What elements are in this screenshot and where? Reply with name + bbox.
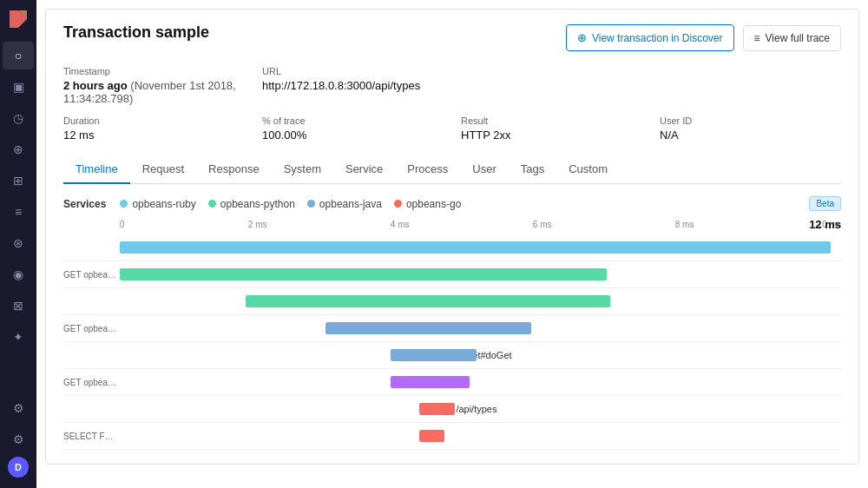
service-name: opbeans-go [406, 198, 461, 210]
sidebar-item-logs[interactable]: ⊠ [3, 292, 34, 320]
sidebar-item-security[interactable]: ⊕ [3, 135, 34, 163]
metadata-grid: Timestamp 2 hours ago (November 1st 2018… [63, 66, 841, 142]
pct-trace-label: % of trace [262, 115, 444, 126]
list-icon: ≡ [754, 32, 760, 44]
view-in-discover-button[interactable]: ⊕ View transaction in Discover [566, 24, 734, 51]
ruler-ticks: 02 ms4 ms6 ms8 ms10 ms [120, 220, 841, 229]
sidebar-item-monitoring[interactable]: ◉ [3, 260, 34, 288]
trace-bar[interactable] [419, 403, 456, 415]
url-value: http://172.18.0.8:3000/api/types [262, 79, 444, 92]
duration-value: 12 ms [63, 129, 245, 142]
sidebar-item-apps[interactable]: ⊛ [3, 229, 34, 257]
trace-row-label: SELECT FROM product_types [63, 432, 120, 441]
url-field: URL http://172.18.0.8:3000/api/types [262, 66, 444, 105]
trace-bar-area: ⚡ GET opbeans.views.product_types [120, 288, 841, 314]
trace-bar-area [120, 315, 841, 341]
services-row: Services opbeans-rubyopbeans-pythonopbea… [63, 196, 841, 211]
result-value: HTTP 2xx [461, 129, 642, 142]
pct-trace-field: % of trace 100.00% [262, 115, 444, 142]
trace-bar[interactable] [391, 376, 470, 388]
trace-bar[interactable] [120, 241, 831, 254]
ruler-end-label: 12 ms [809, 218, 841, 231]
trace-bar[interactable] [246, 295, 610, 307]
transaction-panel: Transaction sample ⊕ View transaction in… [45, 9, 859, 465]
ruler-tick: 4 ms [391, 220, 410, 229]
user-avatar[interactable]: D [8, 457, 29, 478]
tab-service[interactable]: Service [333, 155, 395, 184]
service-legend: opbeans-rubyopbeans-pythonopbeans-javaop… [120, 198, 461, 210]
tab-system[interactable]: System [272, 155, 333, 184]
result-field: Result HTTP 2xx [461, 115, 642, 142]
trace-bar-area: ⚡ DispatcherServlet#doGet [120, 342, 841, 368]
compass-icon: ⊕ [577, 31, 587, 44]
sidebar-item-ml[interactable]: ✦ [3, 323, 34, 351]
timestamp-ago: 2 hours ago [63, 79, 128, 92]
tab-tags[interactable]: Tags [509, 155, 556, 184]
sidebar-item-dashboard[interactable]: ▣ [3, 73, 34, 101]
services-label: Services [63, 198, 106, 210]
trace-row: ⚡ GET opbeans.views.product_types [63, 288, 841, 315]
timestamp-field: Timestamp 2 hours ago (November 1st 2018… [63, 66, 245, 105]
user-id-label: User ID [660, 115, 841, 126]
panel-header: Transaction sample ⊕ View transaction in… [63, 23, 841, 52]
ruler-tick: 0 [120, 220, 125, 229]
trace-row-label: GET opbeans-java:3000 [63, 324, 120, 333]
sidebar-item-time[interactable]: ◷ [3, 104, 34, 132]
duration-label: Duration [63, 115, 245, 126]
trace-bar-area [120, 423, 841, 449]
timestamp-label: Timestamp [63, 66, 245, 76]
sidebar-item-apm[interactable]: ○ [3, 42, 34, 69]
trace-bar[interactable] [120, 268, 607, 280]
sidebar-item-menu[interactable]: ≡ [3, 198, 34, 226]
view-full-trace-button[interactable]: ≡ View full trace [743, 25, 842, 51]
user-id-value: N/A [660, 129, 841, 142]
logo[interactable] [6, 7, 30, 31]
trace-row: SELECT FROM product_types [63, 423, 841, 450]
view-full-trace-label: View full trace [766, 32, 830, 44]
service-legend-opbeans-ruby: opbeans-ruby [120, 198, 195, 210]
empty-cell [461, 66, 642, 105]
timestamp-value: 2 hours ago (November 1st 2018, 11:34:28… [63, 79, 245, 105]
beta-badge: Beta [809, 196, 841, 211]
trace-bar[interactable] [391, 349, 477, 361]
view-in-discover-label: View transaction in Discover [592, 32, 723, 44]
trace-bar-area: ⚡ GET /api/types [120, 396, 841, 422]
user-id-field: User ID N/A [660, 115, 841, 142]
trace-bar-area: ⚡ Rack [120, 234, 841, 260]
service-color-dot [307, 200, 315, 208]
tab-timeline[interactable]: Timeline [63, 155, 130, 184]
sidebar-item-devtools[interactable]: ⚙ [3, 394, 34, 422]
pct-trace-value: 100.00% [262, 129, 444, 142]
header-actions: ⊕ View transaction in Discover ≡ View fu… [566, 24, 841, 51]
sidebar-item-discover[interactable]: ⊞ [3, 167, 34, 195]
sidebar: ○ ▣ ◷ ⊕ ⊞ ≡ ⊛ ◉ ⊠ ✦ ⚙ ⚙ D [0, 0, 36, 488]
services-left: Services opbeans-rubyopbeans-pythonopbea… [63, 198, 461, 210]
tab-bar: TimelineRequestResponseSystemServiceProc… [63, 155, 841, 184]
trace-row-label: GET opbeans-go [63, 378, 120, 387]
trace-bar-area [120, 369, 841, 395]
tab-user[interactable]: User [460, 155, 508, 184]
trace-row: ⚡ Rack [63, 234, 841, 261]
service-name: opbeans-java [319, 198, 382, 210]
trace-bar[interactable] [326, 322, 531, 334]
tab-request[interactable]: Request [130, 155, 196, 184]
result-label: Result [461, 115, 642, 126]
timeline-chart: 02 ms4 ms6 ms8 ms10 ms 12 ms ⚡ RackGET o… [63, 220, 841, 450]
trace-bar[interactable] [419, 430, 444, 442]
trace-row: ⚡ GET /api/types [63, 396, 841, 423]
ruler-tick: 8 ms [675, 220, 694, 229]
sidebar-item-settings[interactable]: ⚙ [3, 425, 34, 453]
service-color-dot [120, 200, 128, 208]
tab-process[interactable]: Process [395, 155, 460, 184]
service-legend-opbeans-java: opbeans-java [307, 198, 382, 210]
trace-row: GET opbeans-java:3000 [63, 315, 841, 342]
service-color-dot [208, 200, 216, 208]
trace-row: GET opbeans-go [63, 369, 841, 396]
service-name: opbeans-python [220, 198, 295, 210]
service-name: opbeans-ruby [132, 198, 195, 210]
trace-row: ⚡ DispatcherServlet#doGet [63, 342, 841, 369]
ruler: 02 ms4 ms6 ms8 ms10 ms 12 ms [63, 220, 841, 229]
tab-response[interactable]: Response [196, 155, 272, 184]
trace-rows: ⚡ RackGET opbeans-python⚡ GET opbeans.vi… [63, 234, 841, 450]
tab-custom[interactable]: Custom [556, 155, 620, 184]
